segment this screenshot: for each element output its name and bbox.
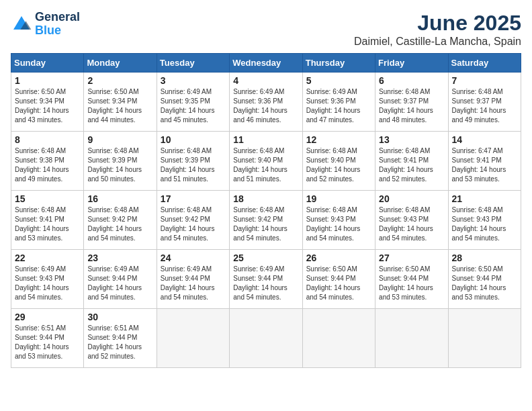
sunrise-line: Sunrise: 6:48 AM	[15, 205, 80, 215]
day-cell-24: 24 Sunrise: 6:49 AM Sunset: 9:44 PM Dayl…	[157, 250, 229, 309]
sunset-line: Sunset: 9:35 PM	[161, 97, 226, 106]
day-cell-6: 6 Sunrise: 6:48 AM Sunset: 9:37 PM Dayli…	[375, 73, 448, 132]
day-cell-15: 15 Sunrise: 6:48 AM Sunset: 9:41 PM Dayl…	[11, 191, 84, 250]
day-cell-3: 3 Sunrise: 6:49 AM Sunset: 9:35 PM Dayli…	[157, 73, 229, 132]
header-wednesday: Wednesday	[230, 54, 302, 73]
daylight-label: Daylight: 14 hours and 53 minutes.	[452, 283, 517, 302]
daylight-label: Daylight: 14 hours and 53 minutes.	[15, 342, 80, 361]
sunrise-line: Sunrise: 6:48 AM	[452, 87, 517, 97]
day-cell-11: 11 Sunrise: 6:48 AM Sunset: 9:40 PM Dayl…	[230, 132, 302, 191]
sunset-line: Sunset: 9:43 PM	[15, 274, 80, 283]
logo-line2: Blue	[35, 24, 80, 38]
day-cell-2: 2 Sunrise: 6:50 AM Sunset: 9:34 PM Dayli…	[84, 73, 157, 132]
day-cell-25: 25 Sunrise: 6:49 AM Sunset: 9:44 PM Dayl…	[230, 250, 302, 309]
day-number: 22	[15, 253, 80, 263]
day-number: 20	[379, 193, 444, 204]
daylight-label: Daylight: 14 hours and 53 minutes.	[452, 165, 517, 184]
day-cell-19: 19 Sunrise: 6:48 AM Sunset: 9:43 PM Dayl…	[302, 191, 375, 250]
header-tuesday: Tuesday	[157, 54, 229, 73]
location-title: Daimiel, Castille-La Mancha, Spain	[354, 36, 521, 48]
day-number: 27	[379, 253, 444, 263]
day-cell-10: 10 Sunrise: 6:48 AM Sunset: 9:39 PM Dayl…	[157, 132, 229, 191]
sunrise-line: Sunrise: 6:50 AM	[379, 265, 444, 274]
daylight-label: Daylight: 14 hours and 44 minutes.	[87, 106, 152, 125]
sunrise-line: Sunrise: 6:49 AM	[233, 87, 298, 97]
week-row-1: 1 Sunrise: 6:50 AM Sunset: 9:34 PM Dayli…	[11, 73, 521, 132]
sunrise-line: Sunrise: 6:48 AM	[87, 146, 152, 156]
sunrise-line: Sunrise: 6:48 AM	[379, 146, 444, 156]
day-cell-7: 7 Sunrise: 6:48 AM Sunset: 9:37 PM Dayli…	[448, 73, 521, 132]
daylight-label: Daylight: 14 hours and 54 minutes.	[306, 283, 371, 302]
sunset-line: Sunset: 9:44 PM	[87, 274, 152, 283]
sunset-line: Sunset: 9:41 PM	[379, 156, 444, 165]
day-number: 13	[379, 134, 444, 145]
month-title: June 2025	[354, 11, 521, 36]
sunrise-line: Sunrise: 6:49 AM	[306, 87, 371, 97]
sunrise-line: Sunrise: 6:48 AM	[15, 146, 80, 156]
daylight-label: Daylight: 14 hours and 54 minutes.	[15, 283, 80, 302]
day-cell-8: 8 Sunrise: 6:48 AM Sunset: 9:38 PM Dayli…	[11, 132, 84, 191]
daylight-label: Daylight: 14 hours and 54 minutes.	[306, 224, 371, 243]
day-number: 29	[15, 312, 80, 322]
empty-cell	[375, 309, 448, 368]
day-cell-18: 18 Sunrise: 6:48 AM Sunset: 9:42 PM Dayl…	[230, 191, 302, 250]
day-number: 23	[87, 253, 152, 263]
sunset-line: Sunset: 9:34 PM	[15, 97, 80, 106]
empty-cell	[230, 309, 302, 368]
daylight-label: Daylight: 14 hours and 49 minutes.	[452, 106, 517, 125]
sunset-line: Sunset: 9:37 PM	[452, 97, 517, 106]
day-number: 10	[161, 134, 226, 145]
day-number: 7	[452, 75, 517, 86]
daylight-label: Daylight: 14 hours and 54 minutes.	[87, 283, 152, 302]
sunset-line: Sunset: 9:43 PM	[306, 215, 371, 224]
sunrise-line: Sunrise: 6:48 AM	[379, 87, 444, 97]
daylight-label: Daylight: 14 hours and 54 minutes.	[233, 283, 298, 302]
day-number: 12	[306, 134, 371, 145]
logo-line1: General	[35, 11, 80, 24]
day-cell-16: 16 Sunrise: 6:48 AM Sunset: 9:42 PM Dayl…	[84, 191, 157, 250]
sunrise-line: Sunrise: 6:48 AM	[233, 146, 298, 156]
day-number: 2	[87, 75, 152, 86]
sunrise-line: Sunrise: 6:50 AM	[15, 87, 80, 97]
day-cell-21: 21 Sunrise: 6:48 AM Sunset: 9:43 PM Dayl…	[448, 191, 521, 250]
sunset-line: Sunset: 9:44 PM	[306, 274, 371, 283]
sunset-line: Sunset: 9:38 PM	[15, 156, 80, 165]
sunset-line: Sunset: 9:40 PM	[306, 156, 371, 165]
day-cell-27: 27 Sunrise: 6:50 AM Sunset: 9:44 PM Dayl…	[375, 250, 448, 309]
sunset-line: Sunset: 9:36 PM	[233, 97, 298, 106]
sunset-line: Sunset: 9:36 PM	[306, 97, 371, 106]
daylight-label: Daylight: 14 hours and 54 minutes.	[233, 224, 298, 243]
daylight-label: Daylight: 14 hours and 52 minutes.	[306, 165, 371, 184]
day-cell-1: 1 Sunrise: 6:50 AM Sunset: 9:34 PM Dayli…	[11, 73, 84, 132]
day-number: 15	[15, 193, 80, 204]
day-number: 24	[161, 253, 226, 263]
sunrise-line: Sunrise: 6:49 AM	[15, 265, 80, 274]
sunset-line: Sunset: 9:34 PM	[87, 97, 152, 106]
header-monday: Monday	[84, 54, 157, 73]
sunset-line: Sunset: 9:43 PM	[452, 215, 517, 224]
day-number: 8	[15, 134, 80, 145]
daylight-label: Daylight: 14 hours and 53 minutes.	[379, 283, 444, 302]
daylight-label: Daylight: 14 hours and 54 minutes.	[87, 224, 152, 243]
daylight-label: Daylight: 14 hours and 47 minutes.	[306, 106, 371, 125]
sunrise-line: Sunrise: 6:48 AM	[452, 205, 517, 215]
sunset-line: Sunset: 9:44 PM	[452, 274, 517, 283]
sunrise-line: Sunrise: 6:51 AM	[87, 324, 152, 333]
sunset-line: Sunset: 9:43 PM	[379, 215, 444, 224]
day-number: 18	[233, 193, 298, 204]
sunset-line: Sunset: 9:44 PM	[379, 274, 444, 283]
day-cell-26: 26 Sunrise: 6:50 AM Sunset: 9:44 PM Dayl…	[302, 250, 375, 309]
day-cell-5: 5 Sunrise: 6:49 AM Sunset: 9:36 PM Dayli…	[302, 73, 375, 132]
sunset-line: Sunset: 9:42 PM	[87, 215, 152, 224]
sunrise-line: Sunrise: 6:48 AM	[161, 146, 226, 156]
day-number: 5	[306, 75, 371, 86]
sunrise-line: Sunrise: 6:48 AM	[161, 205, 226, 215]
header-friday: Friday	[375, 54, 448, 73]
sunrise-line: Sunrise: 6:47 AM	[452, 146, 517, 156]
sunset-line: Sunset: 9:42 PM	[233, 215, 298, 224]
sunset-line: Sunset: 9:42 PM	[161, 215, 226, 224]
day-number: 19	[306, 193, 371, 204]
daylight-label: Daylight: 14 hours and 54 minutes.	[161, 283, 226, 302]
day-cell-22: 22 Sunrise: 6:49 AM Sunset: 9:43 PM Dayl…	[11, 250, 84, 309]
sunrise-line: Sunrise: 6:50 AM	[452, 265, 517, 274]
